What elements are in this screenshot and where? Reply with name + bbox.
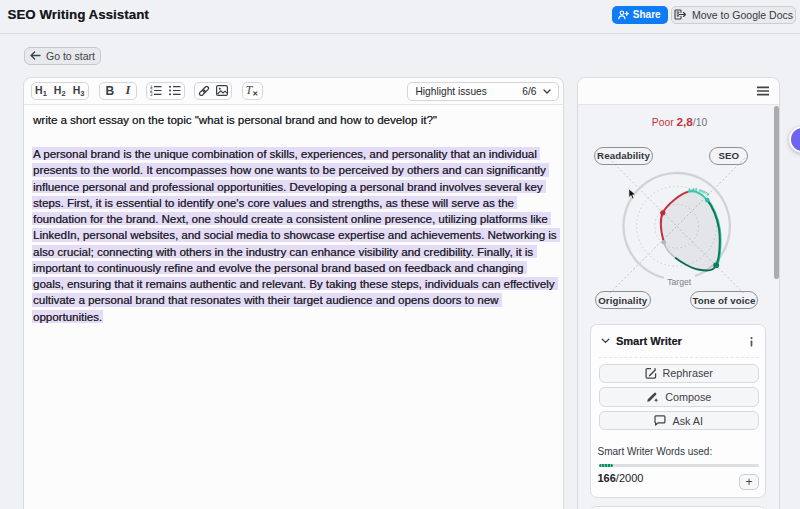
svg-text:Target: Target — [667, 277, 691, 287]
svg-text:Add more keywords to the text: Add more keywords to the text — [578, 78, 712, 198]
svg-text:3: 3 — [150, 92, 153, 96]
